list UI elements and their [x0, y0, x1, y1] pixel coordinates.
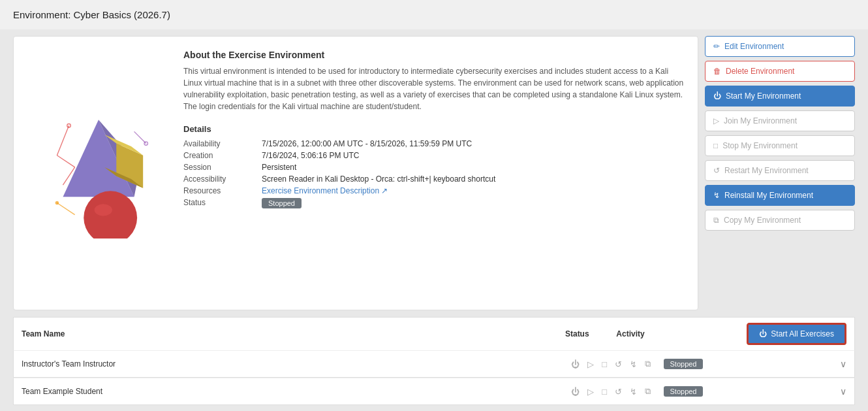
col-team-name: Team Name: [22, 329, 394, 338]
power-icon-1[interactable]: ⏻: [571, 359, 580, 369]
stop-my-label: Stop My Environment: [722, 141, 798, 150]
edit-label: Edit Environment: [724, 42, 784, 51]
actions-panel: ✏ Edit Environment 🗑 Delete Environment …: [705, 36, 855, 310]
status-badge-2: Stopped: [664, 386, 704, 397]
status-badge-1: Stopped: [664, 359, 704, 369]
stop-icon-1[interactable]: □: [602, 359, 607, 369]
start-all-exercises-button[interactable]: ⏻ Start All Exercises: [747, 323, 846, 345]
label-availability: Availability: [183, 139, 255, 148]
table-row: Instructor's Team Instructor ⏻ ▷ □ ↺ ↯ ⧉…: [13, 350, 855, 378]
page-title: Environment: Cyber Basics (2026.7): [0, 0, 868, 29]
label-accessibility: Accessibility: [183, 174, 255, 184]
copy-icon: ⧉: [713, 216, 719, 225]
delete-icon: 🗑: [713, 67, 721, 76]
resource-link[interactable]: Exercise Environment Description ↗: [262, 186, 388, 195]
status-badge: Stopped: [262, 198, 302, 208]
svg-line-13: [57, 203, 74, 214]
value-creation: 7/16/2024, 5:06:16 PM UTC: [262, 151, 685, 160]
value-resources: Exercise Environment Description ↗: [262, 186, 685, 195]
start-my-label: Start My Environment: [726, 91, 801, 101]
label-session: Session: [183, 163, 255, 172]
label-resources: Resources: [183, 186, 255, 195]
team-name-2: Team Example Student: [22, 387, 571, 396]
delete-environment-button[interactable]: 🗑 Delete Environment: [705, 61, 855, 82]
stop-icon-2[interactable]: □: [602, 387, 607, 397]
svg-line-8: [57, 156, 74, 167]
expand-row-1[interactable]: ∨: [840, 359, 846, 369]
details-table: Availability 7/15/2026, 12:00:00 AM UTC …: [183, 139, 685, 208]
teams-section: Team Name Status Activity ⏻ Start All Ex…: [13, 317, 855, 405]
details-title: Details: [183, 124, 685, 134]
value-status: Stopped: [262, 198, 685, 208]
col-status: Status: [538, 329, 616, 338]
team-status-2: Stopped: [657, 386, 709, 397]
svg-point-14: [55, 201, 59, 205]
restart-my-environment-button: ↺ Restart My Environment: [705, 160, 855, 181]
stop-icon: □: [713, 141, 718, 150]
value-session: Persistent: [262, 163, 685, 172]
details-section: Details Availability 7/15/2026, 12:00:00…: [183, 124, 685, 208]
join-my-label: Join My Environment: [724, 116, 797, 125]
team-icons-2: ⏻ ▷ □ ↺ ↯ ⧉: [571, 386, 651, 397]
svg-point-6: [95, 204, 112, 216]
join-my-environment-button: ▷ Join My Environment: [705, 110, 855, 131]
env-description: This virtual environment is intended to …: [183, 65, 685, 112]
reinstall-my-environment-button[interactable]: ↯ Reinstall My Environment: [705, 185, 855, 206]
power-icon-2[interactable]: ⏻: [571, 387, 580, 397]
svg-line-7: [57, 125, 69, 155]
edit-environment-button[interactable]: ✏ Edit Environment: [705, 36, 855, 57]
svg-line-11: [134, 131, 146, 143]
copy-icon-2[interactable]: ⧉: [645, 386, 651, 397]
main-content: About the Exercise Environment This virt…: [0, 29, 868, 317]
play-icon-2[interactable]: ▷: [587, 387, 594, 397]
reinstall-icon-2[interactable]: ↯: [630, 387, 637, 397]
table-row: Team Example Student ⏻ ▷ □ ↺ ↯ ⧉ Stopped…: [13, 378, 855, 405]
reinstall-my-label: Reinstall My Environment: [724, 191, 813, 200]
delete-label: Delete Environment: [726, 67, 794, 76]
about-title: About the Exercise Environment: [183, 50, 685, 60]
environment-image: [27, 50, 170, 297]
copy-icon-1[interactable]: ⧉: [645, 359, 651, 369]
col-activity: Activity: [616, 329, 747, 338]
team-name-1: Instructor's Team Instructor: [22, 359, 571, 369]
label-status: Status: [183, 198, 255, 208]
restart-icon-2[interactable]: ↺: [615, 387, 622, 397]
environment-card: About the Exercise Environment This virt…: [13, 36, 698, 310]
start-all-label: Start All Exercises: [771, 329, 834, 338]
label-creation: Creation: [183, 151, 255, 160]
copy-my-label: Copy My Environment: [724, 216, 801, 225]
play-icon-1[interactable]: ▷: [587, 359, 594, 369]
stop-my-environment-button: □ Stop My Environment: [705, 135, 855, 156]
copy-my-environment-button: ⧉ Copy My Environment: [705, 210, 855, 231]
team-icons-1: ⏻ ▷ □ ↺ ↯ ⧉: [571, 359, 651, 369]
restart-my-label: Restart My Environment: [724, 166, 809, 175]
edit-icon: ✏: [713, 42, 720, 51]
expand-row-2[interactable]: ∨: [840, 386, 846, 397]
restart-icon-1[interactable]: ↺: [615, 359, 622, 369]
svg-point-5: [84, 191, 137, 238]
play-icon: ▷: [713, 116, 719, 125]
restart-icon: ↺: [713, 166, 720, 175]
start-my-environment-button[interactable]: ⏻ Start My Environment: [705, 86, 855, 107]
reinstall-icon: ↯: [713, 191, 720, 200]
teams-header: Team Name Status Activity ⏻ Start All Ex…: [13, 317, 855, 350]
reinstall-icon-1[interactable]: ↯: [630, 359, 637, 369]
team-status-1: Stopped: [657, 359, 709, 369]
env-details: About the Exercise Environment This virt…: [183, 50, 685, 297]
value-availability: 7/15/2026, 12:00:00 AM UTC - 8/15/2026, …: [262, 139, 685, 148]
value-accessibility: Screen Reader in Kali Desktop - Orca: ct…: [262, 174, 685, 184]
power-icon: ⏻: [713, 91, 721, 101]
start-all-icon: ⏻: [759, 329, 767, 338]
